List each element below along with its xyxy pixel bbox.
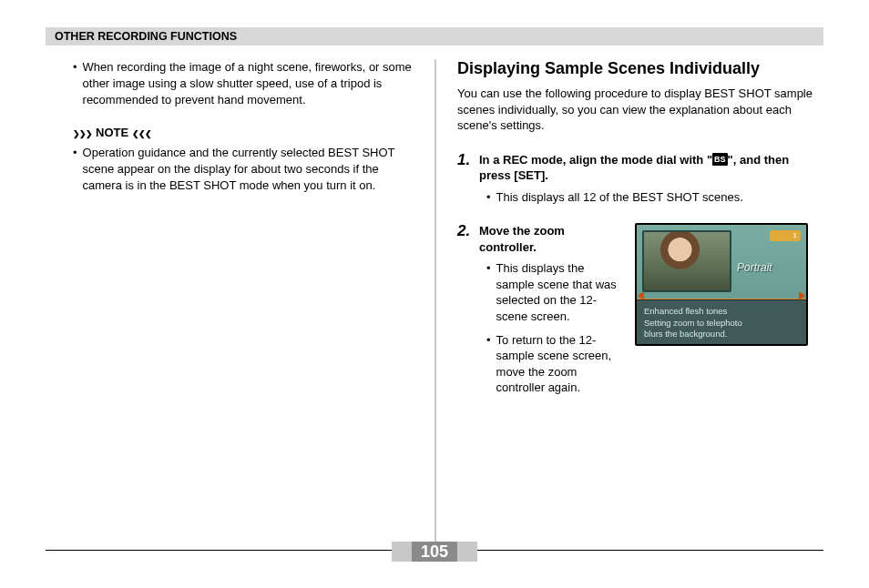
lcd-sample-photo [642, 230, 731, 292]
page-number-pad-right [457, 542, 477, 562]
tripod-tip-text: When recording the image of a night scen… [83, 59, 412, 109]
bullet-icon: • [486, 332, 491, 396]
right-column: Displaying Sample Scenes Individually Yo… [434, 59, 823, 588]
lcd-desc-line-1: Enhanced flesh tones [644, 306, 799, 317]
lcd-right-arrow-icon [799, 291, 805, 300]
bullet-icon: • [73, 145, 77, 195]
step-1: 1. In a REC mode, align the mode dial wi… [457, 152, 823, 213]
lcd-left-arrow-icon [638, 291, 644, 300]
footer-rule: 105 [46, 550, 823, 568]
bs-mode-icon: BS [712, 153, 728, 166]
bullet-icon: • [486, 260, 491, 324]
page-number-pad-left [392, 542, 412, 562]
tripod-tip: • When recording the image of a night sc… [73, 59, 412, 109]
note-body-text: Operation guidance and the currently sel… [83, 145, 412, 195]
step-2-bullet-2-text: To return to the 12-sample scene screen,… [496, 332, 620, 396]
step-2-heading: Move the zoom controller. [479, 223, 620, 255]
column-divider [434, 59, 436, 560]
section-header: OTHER RECORDING FUNCTIONS [46, 27, 823, 46]
note-label-text: NOTE [96, 126, 128, 139]
step-2-bullet-1-text: This displays the sample scene that was … [496, 260, 620, 324]
section-heading: Displaying Sample Scenes Individually [457, 59, 823, 78]
step-1-bullet: • This displays all 12 of the BEST SHOT … [486, 189, 823, 206]
lcd-top-panel: 1 Portrait [637, 225, 806, 299]
step-2: 2. Move the zoom controller. • This disp… [457, 223, 823, 402]
page-number-badge: 105 [392, 542, 477, 562]
note-ornament-left-icon [73, 126, 92, 139]
lcd-description: Enhanced flesh tones Setting zoom to tel… [637, 299, 806, 344]
step-2-bullet-2: • To return to the 12-sample scene scree… [486, 332, 620, 396]
step-1-heading-pre: In a REC mode, align the mode dial with … [479, 153, 712, 167]
intro-paragraph: You can use the following procedure to d… [457, 86, 823, 134]
lcd-desc-line-2: Setting zoom to telephoto [644, 318, 799, 329]
step-1-bullet-text: This displays all 12 of the BEST SHOT sc… [496, 189, 743, 206]
bullet-icon: • [486, 189, 491, 206]
page-number: 105 [412, 542, 457, 562]
note-label: NOTE [73, 126, 412, 139]
step-number: 1. [457, 152, 474, 213]
bullet-icon: • [73, 59, 77, 109]
lcd-preview: 1 Portrait Enhanced flesh tones Setting … [635, 223, 808, 346]
note-ornament-right-icon [132, 126, 151, 139]
step-number: 2. [457, 223, 474, 402]
section-header-text: OTHER RECORDING FUNCTIONS [55, 30, 237, 43]
left-column: • When recording the image of a night sc… [46, 59, 434, 588]
step-2-bullet-1: • This displays the sample scene that wa… [486, 260, 620, 324]
lcd-scene-number-badge: 1 [770, 230, 801, 241]
lcd-desc-line-3: blurs the background. [644, 329, 799, 340]
lcd-mode-name: Portrait [737, 261, 801, 274]
step-1-heading: In a REC mode, align the mode dial with … [479, 152, 823, 184]
note-body: • Operation guidance and the currently s… [73, 145, 412, 195]
